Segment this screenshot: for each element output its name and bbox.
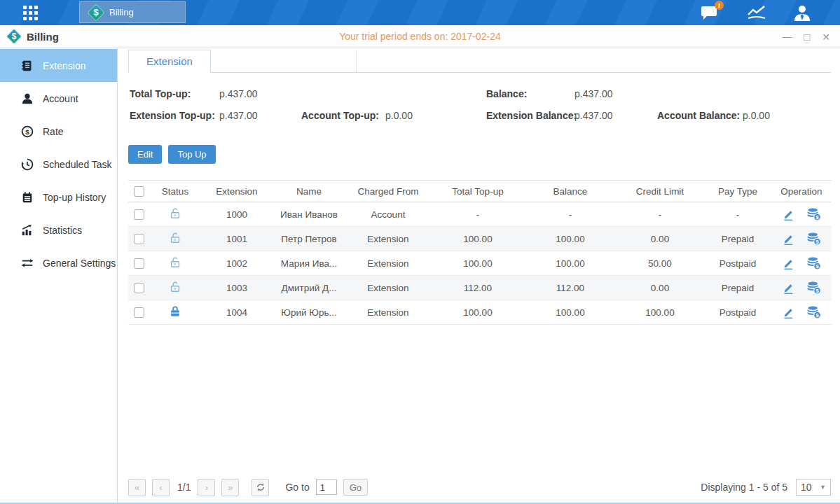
status-cell	[149, 202, 201, 227]
first-page-button[interactable]: «	[128, 479, 146, 496]
svg-text:$: $	[815, 288, 819, 294]
credit-limit-cell: 50.00	[616, 251, 704, 276]
refresh-button[interactable]	[252, 479, 269, 496]
sidebar-item-extension[interactable]: Extension	[0, 49, 117, 82]
balance-cell: 100.00	[525, 251, 616, 276]
balance-summary: Total Top-up: p.437.00 Balance: p.437.00…	[128, 85, 831, 128]
sidebar-item-statistics[interactable]: Statistics	[0, 214, 117, 246]
edit-icon[interactable]	[782, 232, 795, 246]
pay-type-cell: Prepaid	[704, 276, 771, 300]
taskbar: $ Billing !	[0, 0, 840, 25]
total-topup-cell: 112.00	[431, 276, 525, 300]
topup-icon[interactable]: $	[806, 232, 822, 246]
operation-cell: $	[771, 256, 832, 270]
edit-icon[interactable]	[782, 306, 795, 319]
go-button[interactable]: Go	[343, 479, 368, 496]
table-header-row: Status Extension Name Charged From Total…	[128, 181, 832, 202]
status-cell	[149, 227, 201, 251]
page-size-value: 10	[801, 482, 812, 493]
pay-type-cell: Postpaid	[704, 251, 771, 276]
table-row: 1001Петр ПетровExtension100.00100.000.00…	[128, 227, 832, 251]
trial-notice: Your trial period ends on: 2017-02-24	[0, 31, 840, 42]
balance-cell: 112.00	[525, 276, 616, 300]
edit-icon[interactable]	[782, 257, 795, 270]
topup-icon[interactable]: $	[806, 305, 822, 319]
extension-cell: 1000	[201, 202, 273, 227]
user-account-icon[interactable]	[792, 4, 812, 21]
credit-limit-cell: -	[616, 202, 704, 227]
row-checkbox[interactable]	[134, 283, 144, 293]
pay-type-cell: -	[704, 202, 771, 227]
topup-button[interactable]: Top Up	[168, 145, 215, 164]
col-balance: Balance	[525, 181, 616, 202]
status-cell	[149, 276, 201, 300]
account-topup-value: p.0.00	[385, 110, 413, 121]
row-checkbox[interactable]	[134, 209, 144, 220]
select-all-checkbox[interactable]	[134, 186, 144, 197]
main-content: Extension Total Top-up: p.437.00 Balance…	[118, 48, 840, 503]
displaying-status: Displaying 1 - 5 of 5	[701, 482, 787, 493]
edit-icon[interactable]	[782, 281, 795, 295]
app-grid-icon[interactable]	[23, 6, 51, 20]
svg-text:$: $	[815, 312, 819, 318]
charged-from-cell: Extension	[345, 251, 431, 276]
ledger-icon	[21, 59, 34, 72]
row-checkbox[interactable]	[134, 258, 144, 269]
account-balance-label: Account Balance:	[657, 110, 740, 121]
sidebar-item-scheduled-task[interactable]: Scheduled Task	[0, 148, 117, 181]
close-button[interactable]: ✕	[822, 31, 830, 43]
extension-topup-label: Extension Top-up:	[130, 110, 215, 121]
sidebar-item-label: Extension	[43, 60, 85, 71]
topup-icon[interactable]: $	[806, 207, 822, 221]
billing-title-icon: $	[7, 29, 21, 43]
maximize-button[interactable]: □	[804, 31, 810, 43]
notification-badge: !	[715, 1, 724, 10]
operation-cell: $	[771, 207, 832, 221]
sidebar-item-label: Account	[43, 93, 78, 104]
sidebar-item-account[interactable]: Account	[0, 82, 117, 115]
col-operation: Operation	[771, 181, 832, 202]
topup-icon[interactable]: $	[806, 256, 822, 270]
tab-extension[interactable]: Extension	[128, 50, 211, 73]
extension-cell: 1001	[201, 227, 273, 251]
sidebar-item-topup-history[interactable]: Top-up History	[0, 181, 117, 214]
sidebar-item-rate[interactable]: $ Rate	[0, 115, 117, 148]
total-topup-value: p.437.00	[219, 88, 258, 99]
balance-value: p.437.00	[574, 88, 613, 99]
status-cell	[149, 300, 201, 325]
col-pay-type: Pay Type	[704, 181, 771, 202]
status-cell	[149, 251, 201, 276]
unlocked-icon	[168, 206, 182, 220]
page-size-select[interactable]: 10 ▼	[796, 479, 831, 496]
charged-from-cell: Account	[345, 202, 431, 227]
edit-button[interactable]: Edit	[128, 145, 162, 164]
next-page-button[interactable]: ›	[198, 479, 215, 496]
billing-app-icon: $	[88, 5, 104, 20]
col-status: Status	[149, 181, 201, 202]
name-cell: Юрий Юрь...	[273, 300, 345, 325]
notifications-icon[interactable]: !	[700, 4, 719, 21]
row-checkbox[interactable]	[134, 234, 144, 244]
sidebar-item-general-settings[interactable]: General Settings	[0, 246, 117, 279]
unlocked-icon	[168, 280, 182, 294]
pay-type-cell: Postpaid	[704, 300, 771, 325]
prev-page-button[interactable]: ‹	[152, 479, 170, 496]
extension-cell: 1004	[201, 300, 273, 325]
refresh-icon	[256, 482, 266, 492]
notepad-icon	[21, 191, 34, 204]
name-cell: Дмитрий Д...	[273, 276, 345, 300]
goto-page-input[interactable]	[316, 479, 337, 495]
sidebar-item-label: Scheduled Task	[43, 159, 112, 170]
edit-icon[interactable]	[782, 208, 795, 221]
svg-text:$: $	[815, 214, 819, 220]
monitor-chart-icon[interactable]	[746, 4, 766, 21]
last-page-button[interactable]: »	[221, 479, 239, 496]
minimize-button[interactable]: —	[783, 31, 792, 42]
topup-icon[interactable]: $	[806, 281, 822, 295]
billing-app-window: $ Billing !	[0, 0, 840, 504]
taskbar-billing-tab[interactable]: $ Billing	[79, 1, 186, 23]
unlocked-icon	[168, 231, 182, 245]
window-titlebar: $ Billing Your trial period ends on: 201…	[0, 25, 840, 48]
charged-from-cell: Extension	[345, 300, 431, 325]
row-checkbox[interactable]	[134, 307, 144, 318]
